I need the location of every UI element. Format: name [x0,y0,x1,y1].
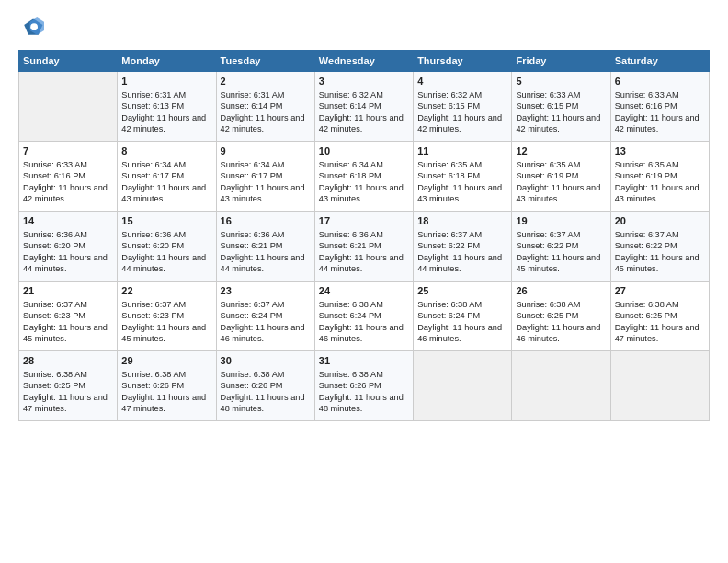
sunset: Sunset: 6:24 PM [221,311,283,320]
day-cell [512,351,610,421]
sunset: Sunset: 6:16 PM [23,171,85,180]
sunset: Sunset: 6:19 PM [615,171,677,180]
header [18,15,710,40]
sunrise: Sunrise: 6:38 AM [319,370,383,379]
sunset: Sunset: 6:14 PM [319,101,381,110]
sunrise: Sunrise: 6:37 AM [615,230,679,239]
header-cell-monday: Monday [118,51,216,72]
sunrise: Sunrise: 6:37 AM [516,230,580,239]
day-cell: 7Sunrise: 6:33 AMSunset: 6:16 PMDaylight… [19,142,118,212]
daylight: Daylight: 11 hours and 48 minutes. [221,393,305,413]
sunset: Sunset: 6:24 PM [417,311,480,320]
sunrise: Sunrise: 6:35 AM [417,160,482,169]
daylight: Daylight: 11 hours and 43 minutes. [221,183,305,203]
day-number: 15 [121,214,211,228]
day-cell: 6Sunrise: 6:33 AMSunset: 6:16 PMDaylight… [610,72,709,142]
sunset: Sunset: 6:26 PM [319,381,381,390]
day-number: 10 [319,144,409,158]
sunset: Sunset: 6:18 PM [319,171,381,180]
header-cell-tuesday: Tuesday [216,51,314,72]
sunrise: Sunrise: 6:38 AM [417,300,482,309]
day-cell: 3Sunrise: 6:32 AMSunset: 6:14 PMDaylight… [314,72,413,142]
daylight: Daylight: 11 hours and 44 minutes. [417,253,502,273]
sunrise: Sunrise: 6:37 AM [417,230,482,239]
day-cell: 5Sunrise: 6:33 AMSunset: 6:15 PMDaylight… [512,72,610,142]
daylight: Daylight: 11 hours and 43 minutes. [319,183,404,203]
daylight: Daylight: 11 hours and 42 minutes. [319,113,404,133]
week-row-3: 14Sunrise: 6:36 AMSunset: 6:20 PMDayligh… [19,212,710,282]
day-number: 28 [23,354,113,368]
day-number: 3 [319,75,409,88]
sunset: Sunset: 6:25 PM [516,311,578,320]
day-number: 6 [615,75,705,88]
daylight: Daylight: 11 hours and 48 minutes. [319,393,404,413]
daylight: Daylight: 11 hours and 45 minutes. [516,253,600,273]
sunrise: Sunrise: 6:32 AM [319,90,383,99]
day-number: 8 [121,144,211,158]
logo-icon [18,15,44,40]
daylight: Daylight: 11 hours and 42 minutes. [615,113,700,133]
day-number: 17 [319,214,409,228]
daylight: Daylight: 11 hours and 44 minutes. [121,253,206,273]
sunset: Sunset: 6:17 PM [121,171,184,180]
sunset: Sunset: 6:15 PM [516,101,578,110]
sunrise: Sunrise: 6:38 AM [23,370,87,379]
sunrise: Sunrise: 6:34 AM [319,160,383,169]
header-row: SundayMondayTuesdayWednesdayThursdayFrid… [19,51,710,72]
day-cell: 13Sunrise: 6:35 AMSunset: 6:19 PMDayligh… [610,142,709,212]
day-cell: 30Sunrise: 6:38 AMSunset: 6:26 PMDayligh… [216,351,314,421]
day-number: 22 [121,284,211,298]
sunrise: Sunrise: 6:38 AM [319,300,383,309]
day-cell: 18Sunrise: 6:37 AMSunset: 6:22 PMDayligh… [414,212,512,282]
day-number: 7 [23,144,113,158]
week-row-2: 7Sunrise: 6:33 AMSunset: 6:16 PMDaylight… [19,142,710,212]
sunrise: Sunrise: 6:31 AM [121,90,186,99]
sunrise: Sunrise: 6:32 AM [417,90,482,99]
sunrise: Sunrise: 6:38 AM [121,370,186,379]
header-cell-friday: Friday [512,51,610,72]
day-cell: 10Sunrise: 6:34 AMSunset: 6:18 PMDayligh… [314,142,413,212]
week-row-5: 28Sunrise: 6:38 AMSunset: 6:25 PMDayligh… [19,351,710,421]
day-number: 5 [516,75,606,88]
day-number: 30 [221,354,311,368]
sunset: Sunset: 6:20 PM [23,241,85,250]
daylight: Daylight: 11 hours and 42 minutes. [417,113,502,133]
daylight: Daylight: 11 hours and 45 minutes. [23,323,108,343]
day-cell: 14Sunrise: 6:36 AMSunset: 6:20 PMDayligh… [19,212,118,282]
logo [18,15,48,40]
header-cell-thursday: Thursday [414,51,512,72]
day-cell: 9Sunrise: 6:34 AMSunset: 6:17 PMDaylight… [216,142,314,212]
day-cell: 29Sunrise: 6:38 AMSunset: 6:26 PMDayligh… [118,351,216,421]
daylight: Daylight: 11 hours and 42 minutes. [121,113,206,133]
day-number: 2 [221,75,311,88]
day-number: 20 [615,214,705,228]
sunrise: Sunrise: 6:33 AM [23,160,87,169]
daylight: Daylight: 11 hours and 42 minutes. [23,183,108,203]
sunrise: Sunrise: 6:37 AM [23,300,87,309]
day-number: 11 [417,144,507,158]
daylight: Daylight: 11 hours and 44 minutes. [221,253,305,273]
day-cell [19,72,118,142]
day-cell: 12Sunrise: 6:35 AMSunset: 6:19 PMDayligh… [512,142,610,212]
sunset: Sunset: 6:24 PM [319,311,381,320]
day-cell: 26Sunrise: 6:38 AMSunset: 6:25 PMDayligh… [512,282,610,351]
day-cell: 15Sunrise: 6:36 AMSunset: 6:20 PMDayligh… [118,212,216,282]
day-number: 9 [221,144,311,158]
week-row-1: 1Sunrise: 6:31 AMSunset: 6:13 PMDaylight… [19,72,710,142]
sunrise: Sunrise: 6:33 AM [615,90,679,99]
day-cell: 25Sunrise: 6:38 AMSunset: 6:24 PMDayligh… [414,282,512,351]
daylight: Daylight: 11 hours and 42 minutes. [221,113,305,133]
day-cell: 21Sunrise: 6:37 AMSunset: 6:23 PMDayligh… [19,282,118,351]
daylight: Daylight: 11 hours and 42 minutes. [516,113,600,133]
header-cell-saturday: Saturday [610,51,709,72]
daylight: Daylight: 11 hours and 47 minutes. [23,393,108,413]
sunset: Sunset: 6:23 PM [23,311,85,320]
day-number: 26 [516,284,606,298]
sunrise: Sunrise: 6:31 AM [221,90,285,99]
day-number: 31 [319,354,409,368]
day-number: 29 [121,354,211,368]
day-cell [414,351,512,421]
day-number: 23 [221,284,311,298]
sunset: Sunset: 6:18 PM [417,171,480,180]
day-number: 27 [615,284,705,298]
